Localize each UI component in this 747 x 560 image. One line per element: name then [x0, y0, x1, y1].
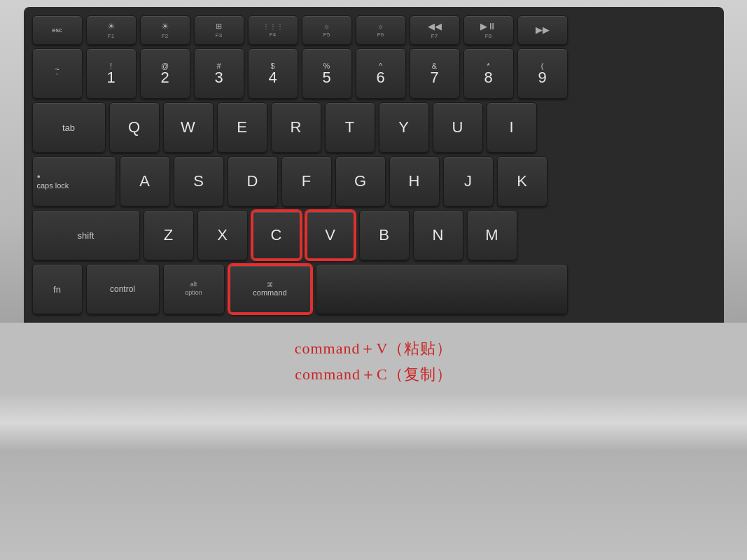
key-f9[interactable]: ▶▶ — [517, 15, 568, 45]
key-4[interactable]: $ 4 — [248, 48, 298, 99]
key-w[interactable]: W — [163, 102, 214, 153]
key-u[interactable]: U — [433, 102, 483, 153]
key-space[interactable] — [316, 264, 568, 314]
key-s[interactable]: S — [174, 156, 224, 206]
number-row: ~ ` ! 1 @ 2 # 3 $ 4 % 5 — [32, 48, 715, 99]
annotation-line-2: command＋C（复制） — [295, 361, 452, 387]
key-f7[interactable]: ◀◀ F7 — [410, 15, 460, 45]
key-tilde[interactable]: ~ ` — [32, 48, 83, 99]
key-capslock[interactable]: ● caps lock — [32, 156, 116, 206]
key-command[interactable]: ⌘ command — [228, 264, 312, 314]
key-c[interactable]: C — [251, 210, 302, 260]
key-j[interactable]: J — [443, 156, 494, 206]
key-r[interactable]: R — [271, 102, 321, 153]
key-f2[interactable]: ☀ F2 — [140, 15, 190, 45]
key-2[interactable]: @ 2 — [140, 48, 190, 99]
key-fn[interactable]: fn — [32, 264, 83, 314]
key-k[interactable]: K — [497, 156, 547, 206]
keyboard-container: esc ☀ F1 ☀ F2 ⊞ F3 — [0, 0, 747, 560]
asdf-row: ● caps lock A S D F G H J — [32, 156, 715, 206]
key-b[interactable]: B — [359, 210, 410, 260]
key-m[interactable]: M — [467, 210, 517, 260]
key-e[interactable]: E — [217, 102, 267, 153]
key-3[interactable]: # 3 — [194, 48, 244, 99]
key-q[interactable]: Q — [109, 102, 160, 153]
key-9[interactable]: ( 9 — [517, 48, 568, 99]
annotation-area: command＋V（粘贴） command＋C（复制） — [0, 323, 747, 395]
key-esc[interactable]: esc — [32, 15, 83, 45]
laptop-base — [0, 395, 747, 451]
key-i[interactable]: I — [487, 102, 537, 153]
key-tab[interactable]: tab — [32, 102, 106, 153]
key-n[interactable]: N — [413, 210, 463, 260]
key-6[interactable]: ^ 6 — [356, 48, 406, 99]
modifier-row: fn control alt option ⌘ command — [32, 264, 715, 314]
key-d[interactable]: D — [228, 156, 278, 206]
key-a[interactable]: A — [120, 156, 170, 206]
key-option[interactable]: alt option — [163, 264, 225, 314]
key-5[interactable]: % 5 — [302, 48, 352, 99]
annotation-line-1: command＋V（粘贴） — [295, 335, 453, 361]
key-shift-left[interactable]: shift — [32, 210, 140, 260]
keyboard-body: esc ☀ F1 ☀ F2 ⊞ F3 — [24, 7, 724, 323]
key-f3[interactable]: ⊞ F3 — [194, 15, 244, 45]
key-7[interactable]: & 7 — [410, 48, 460, 99]
zxcv-row: shift Z X C V B N M — [32, 210, 715, 260]
key-f[interactable]: F — [281, 156, 332, 206]
key-control[interactable]: control — [86, 264, 160, 314]
key-t[interactable]: T — [325, 102, 375, 153]
key-f1[interactable]: ☀ F1 — [86, 15, 137, 45]
key-f4[interactable]: ⋮⋮⋮ F4 — [248, 15, 298, 45]
key-f6[interactable]: ☼ F6 — [356, 15, 406, 45]
key-z[interactable]: Z — [144, 210, 194, 260]
key-1[interactable]: ! 1 — [86, 48, 137, 99]
key-g[interactable]: G — [335, 156, 386, 206]
key-f5[interactable]: ☼ F5 — [302, 15, 352, 45]
key-x[interactable]: X — [197, 210, 248, 260]
qwerty-row: tab Q W E R T Y U I — [32, 102, 715, 153]
fn-row: esc ☀ F1 ☀ F2 ⊞ F3 — [32, 15, 715, 45]
key-h[interactable]: H — [389, 156, 440, 206]
key-v[interactable]: V — [305, 210, 356, 260]
key-8[interactable]: * 8 — [463, 48, 514, 99]
key-f8[interactable]: ▶⏸ F8 — [463, 15, 514, 45]
key-y[interactable]: Y — [379, 102, 429, 153]
